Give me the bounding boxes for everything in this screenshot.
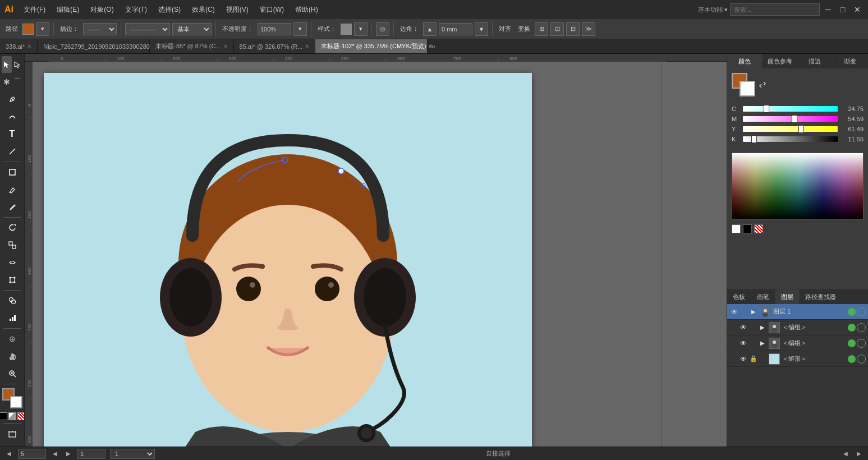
layer-expand-1[interactable]: ▶ <box>750 308 757 316</box>
tab-4[interactable]: 85.ai* @ 326.07% (R... ✕ <box>234 39 316 54</box>
artboard[interactable] <box>44 73 532 447</box>
tab-close-3[interactable]: ✕ <box>223 43 228 49</box>
symbol-sprayer-tool[interactable]: ⊕ <box>2 330 22 347</box>
zoom-tool[interactable] <box>2 365 22 382</box>
m-thumb[interactable] <box>792 115 797 123</box>
lasso-tool[interactable]: ⌒ <box>12 73 22 90</box>
m-track[interactable] <box>743 116 838 122</box>
layer-expand-3[interactable]: ▶ <box>759 339 766 347</box>
menu-view[interactable]: 视图(V) <box>223 4 252 16</box>
c-track[interactable] <box>743 106 838 112</box>
tab-close-1[interactable]: ✕ <box>27 43 31 49</box>
fill-options-btn[interactable]: ▾ <box>36 22 49 36</box>
layer-visibility-4[interactable]: 👁 <box>738 354 748 364</box>
corner-input[interactable] <box>439 23 472 35</box>
stroke-color-box[interactable] <box>740 81 755 96</box>
opacity-circle-btn[interactable]: ◎ <box>376 22 389 36</box>
tab-pathfinder[interactable]: 路径查找器 <box>800 289 842 304</box>
scale-tool[interactable] <box>2 237 22 254</box>
tab-swatches[interactable]: 色板 <box>727 289 751 304</box>
menu-select[interactable]: 选择(S) <box>155 4 184 16</box>
gradient-color[interactable] <box>8 412 16 420</box>
menu-object[interactable]: 对象(O) <box>87 4 117 16</box>
none-swatch[interactable] <box>754 224 763 233</box>
page-prev-btn[interactable]: ◀ <box>4 449 13 458</box>
rect-tool[interactable] <box>2 164 22 181</box>
swap-icon[interactable] <box>759 81 766 89</box>
pencil-tool[interactable] <box>2 199 22 215</box>
mode-dropdown[interactable]: 基本 <box>172 23 212 35</box>
background-color[interactable] <box>10 396 22 408</box>
transparency-dropdown-btn[interactable]: ▾ <box>293 22 307 36</box>
warp-tool[interactable] <box>2 254 22 271</box>
maximize-button[interactable]: □ <box>837 3 849 16</box>
hand-tool[interactable] <box>2 348 22 365</box>
k-thumb[interactable] <box>751 135 757 143</box>
k-track[interactable] <box>743 136 838 142</box>
page-dropdown[interactable]: 1 <box>110 449 155 459</box>
color-spectrum[interactable] <box>732 153 864 220</box>
status-nav-1[interactable]: ◀ <box>841 449 850 458</box>
transform-btn[interactable]: ⊞ <box>535 22 548 36</box>
search-input[interactable] <box>730 3 820 16</box>
free-transform-tool[interactable] <box>2 272 22 288</box>
direct-select-tool[interactable] <box>12 56 22 73</box>
menu-effect[interactable]: 效果(C) <box>189 4 218 16</box>
page-next-btn[interactable]: ▶ <box>64 449 73 458</box>
shape-builder-tool[interactable] <box>2 292 22 309</box>
canvas-scroll-area[interactable] <box>33 62 727 447</box>
layer-visibility-3[interactable]: 👁 <box>738 338 748 348</box>
y-thumb[interactable] <box>798 125 804 133</box>
paintbrush-tool[interactable] <box>2 181 22 198</box>
tab-2[interactable]: Nipic_7262799_2019092010333002803l.ai* ✕ <box>38 39 150 54</box>
tab-brushes[interactable]: 画笔 <box>751 289 775 304</box>
transparency-input[interactable] <box>258 23 291 35</box>
stroke-dropdown[interactable]: —— <box>83 23 117 35</box>
layer-visibility-2[interactable]: 👁 <box>738 323 748 333</box>
tab-5-active[interactable]: 未标题-102* @ 335.75% (CMYK/预览) ✕ <box>315 39 428 54</box>
select-tool[interactable] <box>2 56 12 73</box>
layer-visibility-1[interactable]: 👁 <box>729 307 740 317</box>
layer-row-3[interactable]: 👁 ▶ ＜编组＞ <box>727 335 868 351</box>
none-fill[interactable] <box>17 412 25 420</box>
page-number-input[interactable] <box>18 449 46 459</box>
minimize-button[interactable]: ─ <box>822 3 834 16</box>
extra-btn-2[interactable]: ⊟ <box>566 22 580 36</box>
tab-3[interactable]: 未标题-85* @ 87% (C... ✕ <box>150 39 233 54</box>
tab-layers[interactable]: 图层 <box>775 289 800 304</box>
fill-swatch[interactable] <box>22 24 34 35</box>
magic-wand-tool[interactable]: ✱ <box>2 73 12 90</box>
style-options-btn[interactable]: ▾ <box>354 22 368 36</box>
extra-btn-1[interactable]: ⊡ <box>550 22 564 36</box>
corner-down-btn[interactable]: ▼ <box>475 22 488 36</box>
tab-close-5[interactable]: ✕ <box>428 43 433 49</box>
layer-row-2[interactable]: 👁 ▶ ＜编组＞ <box>727 320 868 335</box>
curvature-tool[interactable] <box>2 108 22 125</box>
page-field-input[interactable] <box>77 449 105 459</box>
tab-stroke[interactable]: 描边 <box>798 54 833 68</box>
canvas-area[interactable]: 0 100 200 300 400 500 600 700 800 <box>25 54 727 447</box>
tab-gradient[interactable]: 渐变 <box>833 54 868 68</box>
tab-1[interactable]: 338.ai* ✕ <box>0 39 38 54</box>
stroke-style-dropdown[interactable]: ———— <box>125 23 170 35</box>
line-tool[interactable] <box>2 143 22 160</box>
layer-expand-2[interactable]: ▶ <box>759 324 766 332</box>
menu-window[interactable]: 窗口(W) <box>256 4 287 16</box>
menu-text[interactable]: 文字(T) <box>122 4 150 16</box>
layer-row-1[interactable]: 👁 ▶ 图层 1 <box>727 304 868 320</box>
tab-color-ref[interactable]: 颜色参考 <box>763 54 798 68</box>
corner-up-btn[interactable]: ▲ <box>423 22 437 36</box>
tab-close-2[interactable]: ✕ <box>166 43 170 49</box>
graph-tool[interactable] <box>2 310 22 326</box>
artboard-tool[interactable] <box>2 425 22 442</box>
text-tool[interactable]: T <box>2 126 22 142</box>
close-button[interactable]: ✕ <box>851 3 864 16</box>
tab-close-4[interactable]: ✕ <box>305 43 309 49</box>
menu-file[interactable]: 文件(F) <box>20 4 49 16</box>
none-color[interactable] <box>0 412 7 420</box>
extra-options-btn[interactable]: ≫ <box>582 22 595 36</box>
page-prev-btn-2[interactable]: ◀ <box>50 449 59 458</box>
status-nav-2[interactable]: ▶ <box>855 449 864 458</box>
black-swatch[interactable] <box>743 224 752 233</box>
c-thumb[interactable] <box>764 105 769 113</box>
